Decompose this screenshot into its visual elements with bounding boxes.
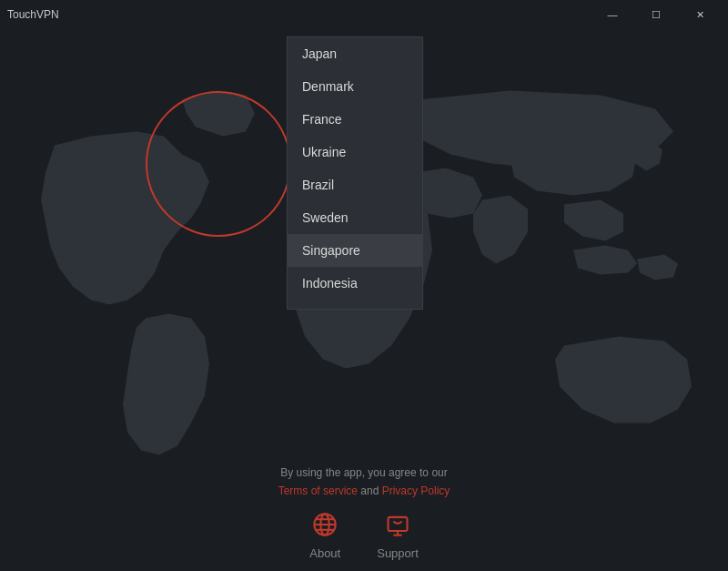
country-item[interactable]: Ukraine [288, 136, 422, 168]
country-item[interactable]: Sweden [288, 201, 422, 234]
minimize-button[interactable]: — [592, 0, 633, 29]
about-button[interactable]: About [309, 512, 340, 560]
country-dropdown[interactable]: JapanDenmarkFranceUkraineBrazilSwedenSin… [287, 36, 423, 310]
footer-and: and [360, 484, 381, 497]
globe-icon [312, 512, 338, 543]
country-item[interactable]: Brazil [288, 168, 422, 201]
country-item[interactable]: Singapore [288, 234, 422, 267]
footer: By using the app, you agree to our Terms… [0, 466, 728, 571]
footer-agree-text: By using the app, you agree to our [280, 466, 447, 479]
support-label: Support [377, 546, 419, 560]
title-bar: TouchVPN — ☐ ✕ [0, 0, 728, 29]
close-button[interactable]: ✕ [679, 0, 721, 29]
country-item[interactable]: Indonesia [288, 267, 422, 300]
app-title: TouchVPN [7, 8, 59, 21]
country-item[interactable]: Japan [288, 37, 422, 70]
country-list[interactable]: JapanDenmarkFranceUkraineBrazilSwedenSin… [287, 36, 423, 310]
footer-buttons: About Support [309, 512, 419, 560]
privacy-link[interactable]: Privacy Policy [382, 484, 450, 497]
about-label: About [309, 546, 340, 560]
country-item[interactable]: United Kingdom [288, 300, 422, 310]
support-button[interactable]: Support [377, 512, 419, 560]
circle-decoration [146, 91, 291, 237]
maximize-button[interactable]: ☐ [635, 0, 677, 29]
support-icon [385, 512, 410, 543]
terms-link[interactable]: Terms of service [278, 484, 358, 497]
footer-links: Terms of service and Privacy Policy [278, 484, 450, 497]
country-item[interactable]: France [288, 103, 422, 136]
window-controls: — ☐ ✕ [592, 0, 721, 29]
country-item[interactable]: Denmark [288, 70, 422, 103]
